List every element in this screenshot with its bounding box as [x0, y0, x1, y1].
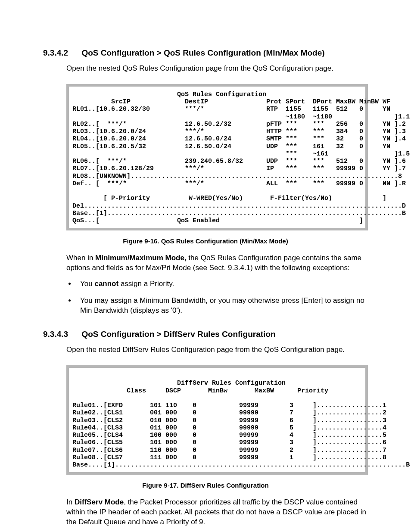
text: In [66, 498, 75, 506]
section-title: QoS Configuration > QoS Rules Configurat… [81, 48, 324, 57]
figure-caption-1: Figure 9-16. QoS Rules Configuration (Mi… [43, 237, 368, 245]
section2-para1: In DiffServ Mode, the Packet Processor p… [66, 498, 368, 527]
bold-text: cannot [94, 280, 118, 288]
section-number: 9.3.4.3 [43, 330, 68, 339]
text: You [80, 280, 94, 288]
section-number: 9.3.4.2 [43, 48, 68, 58]
text: assign a Priority. [118, 280, 174, 288]
section-heading-2: 9.3.4.3 QoS Configuration > DiffServ Rul… [43, 330, 368, 339]
section-heading-1: 9.3.4.2 QoS Configuration > QoS Rules Co… [43, 48, 368, 58]
bold-text: DiffServ Mode [75, 498, 124, 506]
section1-intro: Open the nested QoS Rules Configuration … [66, 64, 368, 74]
section1-para1: When in Minimum/Maximum Mode, the QoS Ru… [66, 253, 368, 273]
qos-terminal: QoS Rules Configuration SrcIP DestIP Pro… [66, 84, 368, 231]
section-title: QoS Configuration > DiffServ Rules Confi… [81, 330, 275, 339]
diffserv-terminal-text: DiffServ Rules Configuration Class DSCP … [72, 372, 362, 469]
section2-intro: Open the nested DiffServ Rules Configura… [66, 345, 368, 355]
section1-bullets: You cannot assign a Priority. You may as… [66, 279, 368, 316]
bold-text: Minimum/Maximum Mode, [95, 254, 187, 262]
list-item: You may assign a Minimum Bandwidth, or y… [76, 296, 368, 316]
text: When in [66, 254, 95, 262]
diffserv-terminal: DiffServ Rules Configuration Class DSCP … [66, 365, 368, 475]
figure-caption-2: Figure 9-17. DiffServ Rules Configuratio… [43, 482, 368, 489]
list-item: You cannot assign a Priority. [76, 279, 368, 289]
qos-terminal-text: QoS Rules Configuration SrcIP DestIP Pro… [72, 91, 362, 225]
